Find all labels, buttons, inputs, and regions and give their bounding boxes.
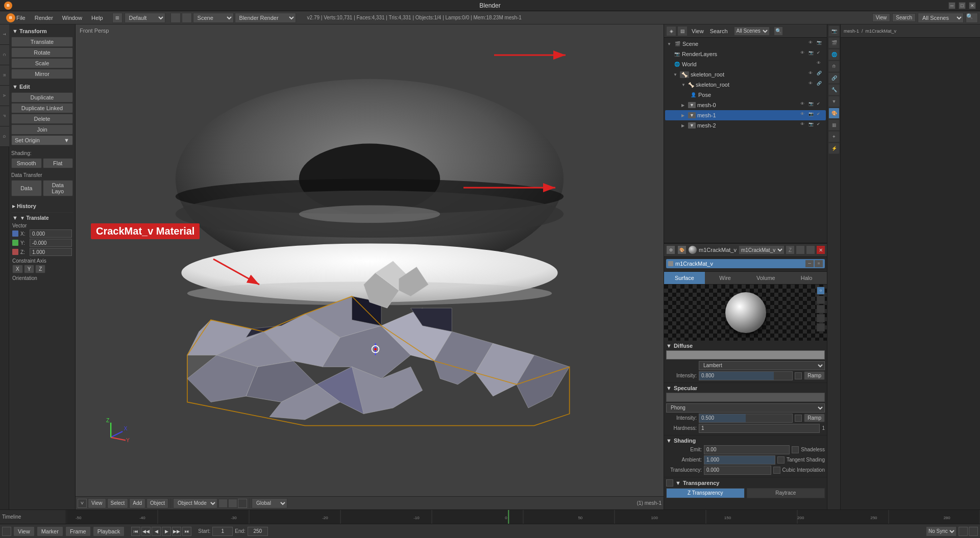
workspace-select[interactable]: Default: [125, 13, 165, 23]
shadeless-check[interactable]: [792, 446, 799, 453]
specular-ramp-check[interactable]: [795, 415, 802, 422]
constraint-props-btn[interactable]: 🔗: [828, 72, 840, 84]
close-button[interactable]: ✕: [969, 2, 976, 9]
sync-select[interactable]: No Sync: [926, 526, 957, 536]
render-mode-btn[interactable]: [238, 499, 247, 508]
mat-action1[interactable]: [796, 245, 805, 254]
preview-cube-btn[interactable]: [817, 305, 825, 313]
surface-tab[interactable]: Surface: [664, 272, 705, 284]
mat-z-btn[interactable]: Z: [786, 245, 795, 254]
tangent-check[interactable]: [777, 456, 785, 464]
search-btn[interactable]: Search: [892, 13, 916, 22]
diffuse-ramp-btn[interactable]: Ramp: [804, 371, 825, 380]
smooth-button[interactable]: Smooth: [11, 158, 42, 168]
global-select[interactable]: Global: [252, 498, 287, 508]
m1-btn1[interactable]: 👁: [800, 112, 807, 119]
render-props-btn[interactable]: 📷: [828, 25, 840, 37]
m2-btn3[interactable]: ✔: [817, 122, 824, 129]
tree-item-skeleton-child[interactable]: ▼ 🦴 skeleton_root 👁 🔗: [665, 80, 826, 90]
specular-ramp-btn[interactable]: Ramp: [804, 414, 825, 422]
tools-tab[interactable]: T: [0, 24, 9, 45]
join-button[interactable]: Join: [11, 124, 73, 135]
set-origin-button[interactable]: Set Origin ▼: [11, 135, 73, 145]
status-icon[interactable]: [2, 527, 11, 536]
object-button[interactable]: Object: [146, 498, 168, 508]
m1-btn2[interactable]: 📷: [808, 112, 816, 119]
sk-btn2[interactable]: 🔗: [817, 71, 824, 78]
duplicate-button[interactable]: Duplicate: [11, 92, 73, 103]
particles-props-btn[interactable]: ✦: [828, 131, 840, 142]
outliner-icon-btn[interactable]: ◈: [666, 26, 676, 36]
world-props-btn[interactable]: 🌐: [828, 49, 840, 60]
view-menu-btn[interactable]: View: [872, 13, 891, 22]
prev-key-btn[interactable]: ◀◀: [141, 527, 151, 536]
rotate-button[interactable]: Rotate: [11, 47, 73, 58]
grease-tab[interactable]: G: [0, 126, 9, 147]
end-value[interactable]: 250: [248, 527, 268, 536]
preview-flat-btn[interactable]: [817, 296, 825, 304]
scene-select[interactable]: Scene: [193, 13, 234, 23]
z-transparency-btn[interactable]: Z Transparency: [666, 488, 745, 498]
sk-btn1[interactable]: 👁: [808, 71, 816, 78]
m1-btn3[interactable]: ✔: [817, 112, 824, 119]
add-button[interactable]: Add: [129, 498, 145, 508]
volume-tab[interactable]: Volume: [746, 272, 787, 284]
mat-slot-equals[interactable]: =: [815, 260, 823, 267]
diffuse-shader-select[interactable]: Lambert: [699, 361, 825, 370]
viewport[interactable]: Front Persp: [76, 24, 664, 509]
physics-props-btn[interactable]: ⚡: [828, 143, 840, 154]
menu-render[interactable]: Render: [31, 13, 57, 22]
translucency-value[interactable]: 0.000: [704, 466, 771, 475]
preview-sky-btn[interactable]: [817, 323, 825, 331]
diffuse-intensity-value[interactable]: 0.800: [699, 371, 793, 380]
delete-button[interactable]: Delete: [11, 114, 73, 124]
obj-props-btn[interactable]: ⟰: [828, 61, 840, 72]
timeline-grid[interactable]: -50 -40 -30 -20 -10 0 50 100 150 200 250…: [66, 510, 980, 524]
transparency-check[interactable]: [666, 479, 673, 486]
mat-delete-btn[interactable]: ✕: [816, 245, 825, 254]
z-value[interactable]: 1.000: [30, 248, 72, 256]
m0-btn1[interactable]: 👁: [800, 101, 807, 109]
playback-btn[interactable]: Playback: [93, 526, 125, 536]
rl-btn1[interactable]: 👁: [800, 50, 807, 58]
shading-header[interactable]: ▼ Shading: [666, 438, 825, 444]
object-mode-select[interactable]: Object Mode: [173, 498, 217, 508]
animation-tab[interactable]: A: [0, 86, 9, 106]
last-frame-btn[interactable]: ⏭: [182, 527, 191, 536]
m2-btn2[interactable]: 📷: [808, 122, 816, 129]
mat-action2[interactable]: [806, 245, 815, 254]
search-outliner-btn[interactable]: 🔍: [774, 27, 783, 36]
physics-tab[interactable]: P: [0, 106, 9, 126]
viewport-icon[interactable]: V: [78, 499, 87, 508]
create-tab[interactable]: C: [0, 45, 9, 65]
m0-btn3[interactable]: ✔: [817, 101, 824, 109]
tree-item-scene[interactable]: ▼ 🎬 Scene 👁 📷: [665, 39, 826, 49]
transform-section-header[interactable]: ▼ Transform: [11, 27, 73, 36]
duplicate-linked-button[interactable]: Duplicate Linked: [11, 103, 73, 113]
first-frame-btn[interactable]: ⏮: [131, 527, 140, 536]
all-scenes-select[interactable]: All Scenes: [918, 13, 964, 23]
edit-section-header[interactable]: ▼ Edit: [11, 82, 73, 91]
diffuse-header[interactable]: ▼ Diffuse: [666, 343, 825, 349]
scene-props-btn[interactable]: 🎬: [828, 37, 840, 48]
minimize-button[interactable]: ─: [948, 2, 955, 9]
cubic-check[interactable]: [773, 467, 780, 474]
transparency-header[interactable]: ▼ Transparency: [666, 479, 825, 486]
workspace-icon[interactable]: ⊞: [112, 13, 122, 23]
y-value[interactable]: -0.000: [30, 239, 72, 247]
marker-btn[interactable]: Marker: [37, 526, 63, 536]
delete-screen-btn[interactable]: [182, 13, 192, 23]
scale-button[interactable]: Scale: [11, 58, 73, 68]
tree-item-pose[interactable]: 👤 Pose: [665, 90, 826, 100]
view-bottom-btn[interactable]: View: [13, 526, 35, 536]
scene-cam-btn[interactable]: 📷: [817, 40, 824, 47]
audio-btn[interactable]: [969, 527, 978, 536]
play-back-btn[interactable]: ◀: [152, 527, 161, 536]
mat-slot-minus[interactable]: ─: [805, 260, 814, 267]
renderer-select[interactable]: Blender Render: [235, 13, 296, 23]
tree-item-mesh1[interactable]: ▶ ▼ mesh-1 👁 📷 ✔: [665, 110, 826, 120]
search-icon-btn[interactable]: 🔍: [966, 13, 978, 23]
ambient-value[interactable]: 1.000: [704, 455, 775, 465]
window-controls[interactable]: ─ □ ✕: [948, 2, 976, 9]
specular-header[interactable]: ▼ Specular: [666, 385, 825, 391]
